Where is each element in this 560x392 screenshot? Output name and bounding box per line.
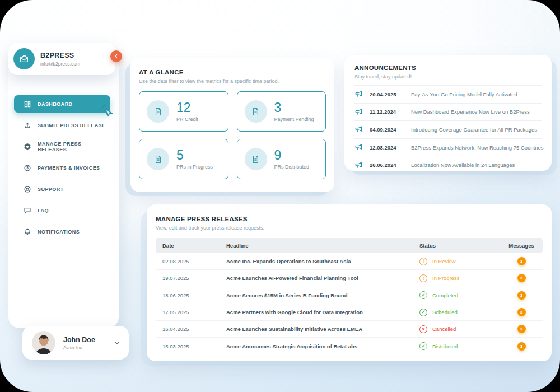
metric-label: PRs in Progress [176,164,213,170]
sidebar-item-support[interactable]: SUPPORT [14,180,110,198]
status-label: In Progress [432,275,460,281]
manage-subtitle: View, edit and track your press release … [156,225,543,231]
announcements-card: ANNOUNCEMENTS Stay tuned, stay updated! … [344,55,552,171]
table-row[interactable]: 19.07.2025 Acme Launches AI-Powered Fina… [156,270,543,287]
announcement-date: 12.08.2024 [370,144,411,151]
megaphone-icon [354,161,363,170]
sidebar-item-notifications[interactable]: NOTIFICATIONS [14,223,110,240]
chevron-down-icon[interactable] [113,339,121,347]
metric-card[interactable]: 3 Payment Pending [237,91,326,132]
announcement-date: 20.04.2025 [370,91,411,97]
row-status: ✓ Distributed [417,342,500,350]
message-count-badge[interactable]: 3 [517,274,526,282]
table-header: Date Headline Status Messages [156,238,543,253]
megaphone-icon [354,108,363,116]
row-headline: Acme Partners with Google Cloud for Data… [223,309,417,315]
metric-value: 3 [274,101,314,114]
at-a-glance-card: AT A GLANCE Use the date filter to view … [130,58,334,192]
row-date: 15.03.2025 [156,343,223,349]
megaphone-icon [354,143,363,152]
document-icon [245,148,267,170]
announcement-item[interactable]: 26.06.2024 Localization Now Available in… [354,156,542,174]
table-row[interactable]: 02.08.2025 Acme Inc. Expands Operations … [156,253,543,270]
message-count-badge[interactable]: 3 [517,342,526,351]
status-icon: ✓ [419,342,427,350]
announcement-date: 26.06.2024 [370,162,411,168]
status-label: In Review [432,258,456,264]
brand-card: B2PRESS info@b2press.com [8,43,115,75]
metric-value: 12 [176,101,198,114]
column-header-status: Status [417,242,500,249]
row-date: 02.08.2025 [156,258,223,264]
user-profile-card[interactable]: John Doe Acme Inc [22,326,129,360]
column-header-messages: Messages [500,242,543,249]
announcement-text: Pay-As-You-Go Pricing Model Fully Activa… [411,91,517,97]
lifebuoy-icon [24,185,31,193]
metric-value: 9 [274,149,310,162]
svg-text:$: $ [26,166,29,170]
announcements-subtitle: Stay tuned, stay updated! [354,74,542,80]
brand-email: info@b2press.com [40,61,80,67]
row-headline: Acme Secures $15M in Series B Funding Ro… [223,292,417,298]
status-icon: ✓ [419,309,427,316]
document-icon [147,148,169,170]
message-count-badge[interactable]: 3 [517,257,526,265]
user-name: John Doe [63,336,113,344]
table-row[interactable]: 16.04.2025 Acme Launches Sustainability … [156,321,543,338]
glance-subtitle: Use the date filter to view the metrics … [139,78,326,84]
column-header-date: Date [156,242,223,249]
row-headline: Acme Announces Strategic Acquisition of … [223,343,417,349]
user-company: Acme Inc [63,345,113,350]
announcement-text: New Dashboard Experience Now Live on B2P… [411,109,530,115]
table-row[interactable]: 15.03.2025 Acme Announces Strategic Acqu… [156,338,543,354]
announcement-text: B2Press Expands Network: Now Reaching 75… [411,144,544,151]
sidebar-collapse-button[interactable] [110,50,122,62]
table-row[interactable]: 17.05.2025 Acme Partners with Google Clo… [156,304,543,321]
announcement-date: 11.12.2024 [370,109,411,115]
row-date: 18.06.2025 [156,292,223,298]
sidebar-item-submit-press-release[interactable]: SUBMIT PRESS RELEASE [14,116,110,134]
announcement-item[interactable]: 11.12.2024 New Dashboard Experience Now … [354,103,542,121]
announcement-item[interactable]: 20.04.2025 Pay-As-You-Go Pricing Model F… [354,85,542,103]
message-count-badge[interactable]: 3 [517,308,526,316]
message-count-badge[interactable]: 3 [517,291,526,300]
chevron-left-icon [113,53,119,59]
metric-card[interactable]: 9 PRs Distributed [237,139,326,179]
dashboard-grid-icon [24,100,31,108]
announcement-text: Localization Now Available in 24 Languag… [411,162,515,168]
status-icon: × [419,325,427,333]
sidebar-item-dashboard[interactable]: DASHBOARD [14,95,110,113]
status-label: Cancelled [432,326,456,332]
announcement-item[interactable]: 12.08.2024 B2Press Expands Network: Now … [354,138,542,156]
press-envelope-icon [13,48,35,69]
document-icon [245,100,267,123]
metric-grid: 12 PR Credit 3 Payment Pending [139,91,326,179]
sidebar-item-payments-invoices[interactable]: $ PAYMENTS & INVOICES [14,159,110,176]
megaphone-icon [354,125,363,134]
glance-title: AT A GLANCE [139,69,326,76]
announcement-item[interactable]: 04.09.2024 Introducing Coverage Guarante… [354,120,542,138]
sidebar-menu: DASHBOARD SUBMIT PRESS RELEASE MANAGE PR… [14,95,110,240]
status-label: Completed [432,292,458,298]
metric-card[interactable]: 12 PR Credit [139,91,228,132]
chat-icon [24,207,31,214]
row-date: 16.04.2025 [156,326,223,332]
metric-card[interactable]: 5 PRs in Progress [139,139,228,179]
table-body: 02.08.2025 Acme Inc. Expands Operations … [156,253,543,354]
megaphone-icon [354,90,363,99]
sidebar-item-faq[interactable]: FAQ [14,202,110,219]
manage-press-releases-card: MANAGE PRESS RELEASES View, edit and tra… [147,204,552,361]
message-count-badge[interactable]: 3 [517,325,526,333]
manage-title: MANAGE PRESS RELEASES [156,216,543,222]
row-status: ! In Progress [417,274,500,282]
sidebar-item-manage-press-releases[interactable]: MANAGE PRESS RELEASES [14,138,110,155]
column-header-headline: Headline [223,242,417,249]
status-icon: ! [419,274,427,282]
status-icon: ! [419,258,427,265]
row-date: 19.07.2025 [156,275,223,281]
click-cursor-icon [99,102,115,119]
table-row[interactable]: 18.06.2025 Acme Secures $15M in Series B… [156,287,543,304]
brand-name: B2PRESS [40,52,80,59]
metric-label: PRs Distributed [274,164,310,170]
app-canvas: B2PRESS info@b2press.com DASHBOARD [0,0,560,392]
